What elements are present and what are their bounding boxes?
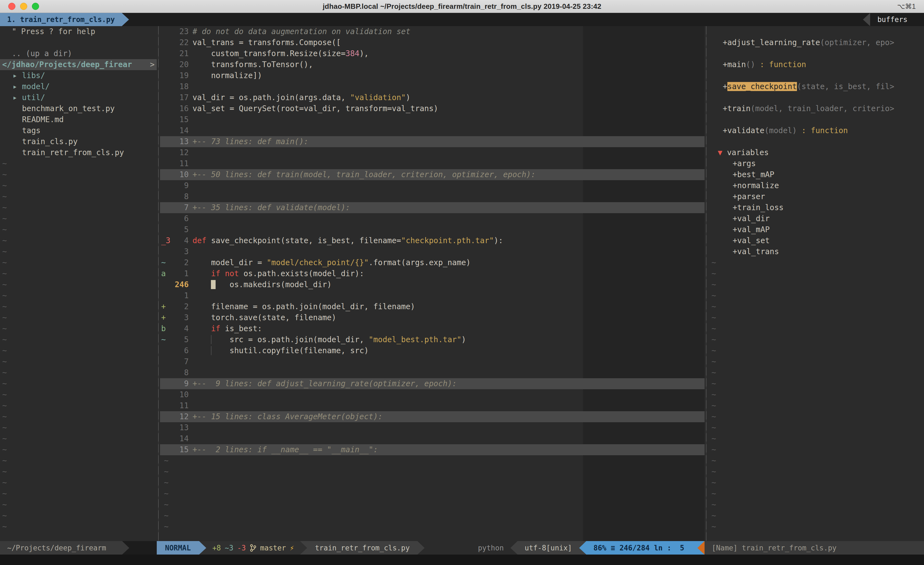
code-line[interactable]: 15 — [160, 114, 705, 125]
editor-empty-line[interactable]: ~ — [160, 521, 705, 532]
folded-line[interactable]: 15+-- 2 lines: if __name__ == "__main__"… — [160, 444, 705, 455]
nerdtree-dir-item[interactable]: ▸ libs/ — [0, 70, 157, 81]
tab-train-retr-from-cls[interactable]: 1. train_retr_from_cls.py — [0, 13, 122, 26]
tagbar-variable-item[interactable]: +parser — [708, 191, 924, 202]
tagbar-variable-item[interactable]: +val_dir — [708, 213, 924, 224]
folded-line[interactable]: 12+-- 15 lines: class AverageMeter(objec… — [160, 411, 705, 422]
folded-line[interactable]: 13+-- 73 lines: def main(): — [160, 136, 705, 147]
editor-empty-line[interactable]: ~ — [160, 477, 705, 488]
nerdtree-empty-line: ~ — [0, 180, 157, 191]
code-line[interactable]: 3 — [160, 246, 705, 257]
window-separator[interactable] — [157, 26, 160, 541]
tagbar-function-item[interactable]: +adjust_learning_rate(optimizer, epo> — [708, 37, 924, 48]
code-line[interactable]: 21 custom_transform.Resize(size=384), — [160, 48, 705, 59]
line-text — [189, 158, 192, 169]
code-line[interactable]: 11 — [160, 158, 705, 169]
editor-empty-line[interactable]: ~ — [160, 499, 705, 510]
tagbar-function-item[interactable]: +save_checkpoint(state, is_best, fil> — [708, 81, 924, 92]
nerdtree-file-item[interactable]: benchmark_on_test.py — [0, 103, 157, 114]
code-line[interactable]: 19 normalize]) — [160, 70, 705, 81]
code-line[interactable]: 11 — [160, 400, 705, 411]
code-line[interactable]: 22val_trans = transforms.Compose([ — [160, 37, 705, 48]
nerdtree-up-dir[interactable]: .. (up a dir) — [0, 48, 157, 59]
code-line[interactable]: ~5 src = os.path.join(model_dir, "model_… — [160, 334, 705, 345]
nerdtree-file-item[interactable]: tags — [0, 125, 157, 136]
code-line[interactable]: 18 — [160, 81, 705, 92]
editor-empty-line[interactable]: ~ — [160, 466, 705, 477]
nerdtree-help-hint: " Press ? for help — [0, 26, 157, 37]
code-line[interactable]: b4 if is_best: — [160, 323, 705, 334]
code-line[interactable]: _34def save_checkpoint(state, is_best, f… — [160, 235, 705, 246]
tagbar-variable-item[interactable]: +args — [708, 158, 924, 169]
nerdtree-empty-line: ~ — [0, 477, 157, 488]
code-line[interactable]: 7 — [160, 356, 705, 367]
code-line[interactable]: 8 — [160, 367, 705, 378]
code-line[interactable]: 13 — [160, 422, 705, 433]
code-line[interactable]: 14 — [160, 125, 705, 136]
zoom-button[interactable] — [32, 3, 39, 10]
folded-line[interactable]: 7+-- 35 lines: def validate(model): — [160, 202, 705, 213]
tagbar-variable-item[interactable]: +best_mAP — [708, 169, 924, 180]
editor-empty-line[interactable]: ~ — [160, 510, 705, 521]
code-line[interactable]: 10 — [160, 389, 705, 400]
gutter-blank — [160, 125, 170, 136]
code-line[interactable]: 9 — [160, 180, 705, 191]
tagbar-function-item[interactable]: +main() : function — [708, 59, 924, 70]
code-line[interactable]: ~2 model_dir = "model/check_point/{}".fo… — [160, 257, 705, 268]
tagbar-function-item[interactable]: +train(model, train_loader, criterio> — [708, 103, 924, 114]
editor-empty-line[interactable]: ~ — [160, 455, 705, 466]
tagbar-kind-header[interactable]: ▼ variables — [708, 147, 924, 158]
tagbar-empty-line: ~ — [708, 389, 924, 400]
code-line[interactable]: 14 — [160, 433, 705, 444]
code-line[interactable]: 1 — [160, 290, 705, 301]
code-line[interactable]: 6 shutil.copyfile(filename, src) — [160, 345, 705, 356]
tagbar-blank-line — [708, 48, 924, 59]
code-line[interactable]: 6 — [160, 213, 705, 224]
code-line[interactable]: +2 filename = os.path.join(model_dir, fi… — [160, 301, 705, 312]
line-number: 2 — [170, 301, 189, 312]
nerdtree-file-item[interactable]: train_cls.py — [0, 136, 157, 147]
tagbar-function-item[interactable]: +validate(model) : function — [708, 125, 924, 136]
code-line[interactable]: +3 torch.save(state, filename) — [160, 312, 705, 323]
tagbar-variable-item[interactable]: +val_trans — [708, 246, 924, 257]
close-button[interactable] — [8, 3, 15, 10]
nerdtree-file-item[interactable]: train_retr_from_cls.py — [0, 147, 157, 158]
line-text — [189, 224, 192, 235]
line-text: val_trans = transforms.Compose([ — [189, 37, 341, 48]
tilde-marker: ~ — [2, 203, 7, 212]
nerdtree-dir-item[interactable]: ▸ util/ — [0, 92, 157, 103]
tagbar-variable-item[interactable]: +train_loss — [708, 202, 924, 213]
line-number: 3 — [170, 246, 189, 257]
minimize-button[interactable] — [20, 3, 27, 10]
folded-line[interactable]: 10+-- 50 lines: def train(model, train_l… — [160, 169, 705, 180]
gutter-blank — [160, 213, 170, 224]
tagbar-empty-line: ~ — [708, 422, 924, 433]
nerdtree-blank-line — [0, 37, 157, 48]
window-separator[interactable] — [705, 26, 708, 541]
editor-empty-line[interactable]: ~ — [160, 488, 705, 499]
tagbar-empty-line: ~ — [708, 312, 924, 323]
nerdtree-root-path[interactable]: </jdhao/Projects/deep_firear> — [0, 59, 157, 70]
code-line[interactable]: 12 — [160, 147, 705, 158]
tagbar-variable-item[interactable]: +val_mAP — [708, 224, 924, 235]
code-line[interactable]: 246 os.makedirs(model_dir) — [160, 279, 705, 290]
code-line[interactable]: 16val_set = QuerySet(root=val_dir, trans… — [160, 103, 705, 114]
code-line[interactable]: 5 — [160, 224, 705, 235]
nerdtree-empty-line: ~ — [0, 422, 157, 433]
nerdtree-file-item[interactable]: README.md — [0, 114, 157, 125]
tagbar-variable-item[interactable]: +val_set — [708, 235, 924, 246]
gutter-blank — [160, 147, 170, 158]
gutter-blank — [160, 169, 170, 180]
tilde-marker: ~ — [2, 225, 7, 234]
code-line[interactable]: 17val_dir = os.path.join(args.data, "val… — [160, 92, 705, 103]
folded-line[interactable]: 9+-- 9 lines: def adjust_learning_rate(o… — [160, 378, 705, 389]
nerdtree-dir-item[interactable]: ▸ model/ — [0, 81, 157, 92]
gutter-blank — [160, 411, 170, 422]
nerdtree-empty-line: ~ — [0, 345, 157, 356]
line-number: 15 — [170, 444, 189, 455]
tagbar-variable-item[interactable]: +normalize — [708, 180, 924, 191]
code-line[interactable]: 23# do not do data augmentation on valid… — [160, 26, 705, 37]
code-line[interactable]: 20 transforms.ToTensor(), — [160, 59, 705, 70]
code-line[interactable]: 8 — [160, 191, 705, 202]
code-line[interactable]: a1 if not os.path.exists(model_dir): — [160, 268, 705, 279]
